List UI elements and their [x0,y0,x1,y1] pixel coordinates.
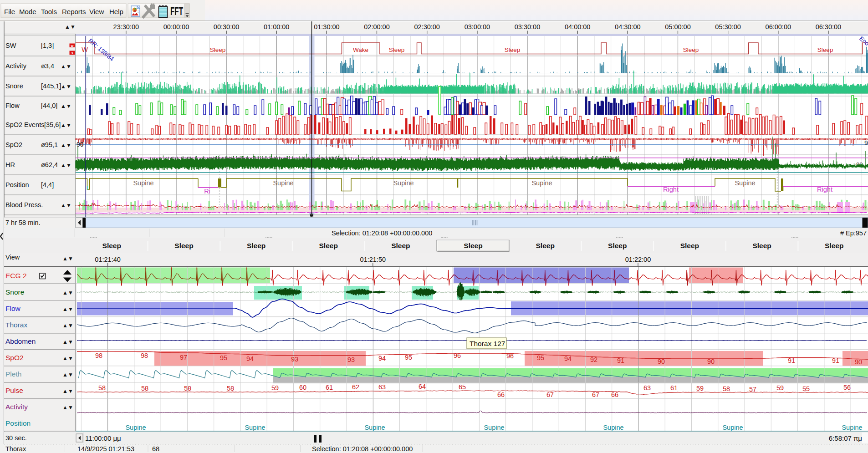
svg-text:ø3,4: ø3,4 [41,62,54,70]
svg-text:90: 90 [658,358,665,365]
svg-text:ø95,1: ø95,1 [41,141,58,148]
svg-text:Abdomen: Abdomen [5,337,36,345]
svg-text:▲▼: ▲▼ [61,122,71,128]
svg-text:7 hr 58 min.: 7 hr 58 min. [5,219,41,226]
svg-text:05:00:00: 05:00:00 [665,23,690,31]
svg-text:01:22:00: 01:22:00 [625,256,651,263]
svg-text:03:30:00: 03:30:00 [515,23,540,31]
svg-text:67: 67 [546,391,554,398]
svg-text:Pleth: Pleth [5,370,21,378]
svg-text:Blood Press.: Blood Press. [5,201,43,209]
svg-text:68: 68 [152,445,159,453]
svg-text:00:30:00: 00:30:00 [214,23,239,31]
svg-text:Supine: Supine [125,424,146,431]
svg-text:Selection: 01:20:08 +00:00:00: Selection: 01:20:08 +00:00:00.000 [332,229,432,237]
svg-text:[35,6]: [35,6] [44,121,61,128]
svg-text:Right: Right [663,186,679,193]
svg-text:94: 94 [378,355,386,362]
svg-text:55: 55 [802,385,810,392]
svg-text:06:00:00: 06:00:00 [766,23,791,31]
svg-text:63: 63 [643,384,651,392]
svg-text:▲▼: ▲▼ [62,355,73,361]
svg-text:65: 65 [459,383,466,391]
svg-text:96: 96 [454,352,461,359]
svg-text:▲▼: ▲▼ [62,372,73,378]
svg-text:Right: Right [817,186,832,193]
svg-text:▲▼: ▲▼ [62,322,73,329]
svg-text:97: 97 [180,354,187,361]
svg-text:Supine: Supine [133,179,153,187]
svg-text:▲▼: ▲▼ [61,83,71,90]
svg-text:90: 90 [864,139,868,147]
svg-text:Supine: Supine [735,179,755,187]
svg-text:Supine: Supine [245,424,265,431]
svg-text:Activity: Activity [5,403,28,411]
svg-text:Sleep: Sleep [752,242,771,249]
svg-text:64: 64 [419,383,426,390]
svg-text:Sleep: Sleep [817,46,833,53]
svg-text:FFT: FFT [170,5,183,17]
svg-text:95: 95 [220,354,227,361]
svg-text:98: 98 [95,352,102,359]
svg-text:91: 91 [617,357,624,364]
svg-text:98: 98 [141,352,148,359]
svg-text:[44,0]: [44,0] [41,102,57,109]
svg-text:Sleep: Sleep [174,242,193,249]
svg-text:▲▼: ▲▼ [65,24,76,30]
svg-text:01:21:40: 01:21:40 [95,256,120,263]
svg-text:95: 95 [537,354,544,361]
svg-text:62: 62 [352,383,359,391]
svg-text:Supine: Supine [722,424,743,431]
svg-text:Snore: Snore [5,82,23,90]
svg-text:W: W [82,46,88,53]
svg-text:Position: Position [5,419,31,427]
svg-text:01:30:00: 01:30:00 [314,23,339,31]
svg-text:90: 90 [707,358,715,365]
svg-text:Supine: Supine [273,179,293,187]
svg-text:58: 58 [184,385,191,392]
svg-text:# Ep:957: # Ep:957 [840,229,867,237]
svg-text:04:30:00: 04:30:00 [615,23,640,31]
svg-text:56: 56 [843,384,851,391]
svg-text:▲▼: ▲▼ [62,388,73,394]
svg-text:[1,3]: [1,3] [41,42,54,49]
svg-text:Sleep: Sleep [391,242,410,249]
svg-text:Sleep: Sleep [536,242,555,249]
svg-text:Supine: Supine [393,179,414,187]
svg-text:05:30:00: 05:30:00 [715,23,740,31]
svg-text:59: 59 [776,384,784,392]
svg-text:23:30:00: 23:30:00 [113,23,139,31]
svg-text:Ri: Ri [204,188,210,195]
svg-text:67: 67 [592,391,599,398]
svg-text:91: 91 [832,357,839,364]
svg-text:58: 58 [227,385,234,392]
svg-text:▲▼: ▲▼ [62,404,73,411]
svg-text:14/9/2025 01:21:53: 14/9/2025 01:21:53 [77,445,134,453]
svg-text:Sleep: Sleep [319,242,338,249]
svg-text:▲▼: ▲▼ [61,202,71,209]
svg-text:63: 63 [378,383,386,391]
svg-text:61: 61 [326,384,333,391]
svg-text:95: 95 [405,354,412,361]
svg-text:61: 61 [670,384,678,392]
svg-text:93: 93 [291,356,298,363]
svg-text:Mode: Mode [19,8,36,15]
svg-text:Sleep: Sleep [825,242,843,249]
svg-text:Sleep: Sleep [683,46,699,53]
svg-text:▲▼: ▲▼ [62,306,73,312]
svg-text:ECG 2: ECG 2 [5,272,27,280]
svg-text:Thorax: Thorax [5,445,26,453]
svg-text:11:00:00 μμ: 11:00:00 μμ [85,434,121,442]
svg-text:Supine: Supine [364,424,385,431]
svg-text:94: 94 [564,355,572,362]
svg-text:Position: Position [5,181,29,188]
svg-text:SpO2 Events: SpO2 Events [5,121,44,128]
svg-text:Wake: Wake [353,46,368,53]
svg-text:06:30:00: 06:30:00 [816,23,841,31]
svg-text:58: 58 [141,385,148,392]
svg-text:▲▼: ▲▼ [61,63,71,70]
svg-text:Sleep: Sleep [505,46,521,53]
svg-text:SW: SW [5,42,16,49]
svg-text:96: 96 [506,352,514,360]
svg-text:Help: Help [109,8,123,15]
